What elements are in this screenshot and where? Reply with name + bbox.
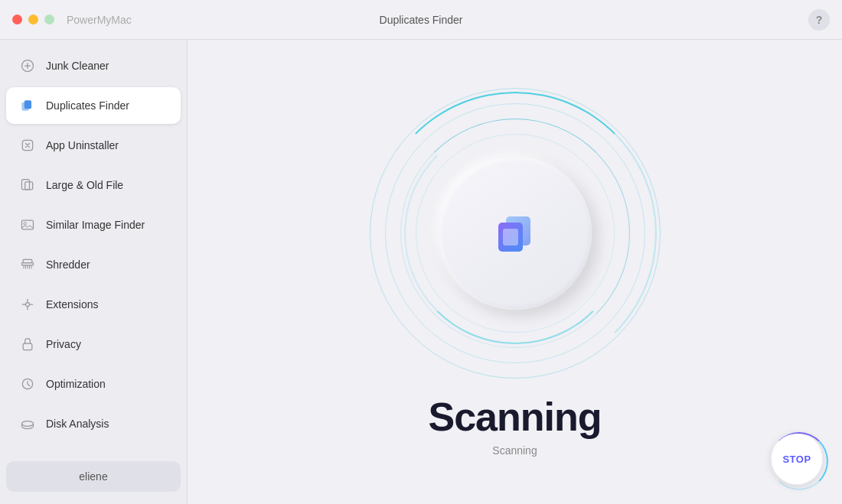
sidebar-item-app-uninstaller[interactable]: App Uninstaller (6, 127, 181, 164)
app-uninstaller-icon (18, 136, 37, 154)
sidebar-item-label: App Uninstaller (46, 139, 119, 151)
sidebar-item-label: Extensions (46, 298, 98, 311)
duplicates-center-icon (485, 203, 546, 264)
window-title: Duplicates Finder (380, 14, 463, 26)
scanning-title: Scanning (428, 394, 601, 440)
stop-button[interactable]: STOP (770, 432, 824, 486)
sidebar-item-privacy[interactable]: Privacy (6, 326, 181, 363)
svg-rect-11 (23, 343, 32, 350)
duplicates-finder-icon (18, 96, 37, 115)
stop-button-container: STOP (770, 432, 824, 486)
sidebar-item-optimization[interactable]: Optimization (6, 366, 181, 402)
close-button[interactable] (12, 15, 22, 24)
sidebar-item-large-old-file[interactable]: Large & Old File (6, 167, 181, 203)
disk-analysis-icon (18, 415, 37, 433)
maximize-button[interactable] (44, 15, 54, 24)
content-area: Scanning Scanning STOP (188, 40, 842, 504)
extensions-icon (18, 295, 37, 314)
optimization-icon (18, 375, 37, 393)
sidebar-item-label: Junk Cleaner (46, 60, 109, 72)
similar-image-icon (18, 216, 37, 234)
sidebar-item-label: Large & Old File (46, 179, 123, 191)
sidebar-item-label: Disk Analysis (46, 418, 109, 430)
sidebar-item-label: Similar Image Finder (46, 219, 145, 231)
svg-point-10 (26, 303, 30, 307)
sidebar-item-duplicates-finder[interactable]: Duplicates Finder (6, 87, 181, 124)
scanning-subtitle: Scanning (492, 444, 537, 457)
sidebar-item-label: Shredder (46, 259, 90, 271)
privacy-icon (18, 335, 37, 353)
app-brand: PowerMyMac (67, 14, 132, 26)
svg-rect-5 (25, 182, 33, 190)
sidebar-item-similar-image-finder[interactable]: Similar Image Finder (6, 206, 181, 243)
shredder-icon (18, 255, 37, 274)
sidebar-item-label: Duplicates Finder (46, 99, 129, 112)
sidebar: Junk Cleaner Duplicates Finder App Unins… (0, 40, 188, 504)
sidebar-item-extensions[interactable]: Extensions (6, 286, 181, 323)
sidebar-item-label: Privacy (46, 338, 81, 350)
scanner-animation (370, 88, 661, 379)
svg-rect-2 (24, 100, 31, 109)
svg-rect-4 (22, 180, 30, 190)
svg-rect-9 (23, 259, 32, 262)
junk-cleaner-icon (18, 57, 37, 75)
sidebar-item-disk-analysis[interactable]: Disk Analysis (6, 405, 181, 442)
large-old-file-icon (18, 176, 37, 194)
sidebar-user[interactable]: eliene (6, 461, 181, 492)
minimize-button[interactable] (28, 15, 38, 24)
center-circle (439, 157, 592, 310)
sidebar-item-junk-cleaner[interactable]: Junk Cleaner (6, 47, 181, 84)
svg-point-13 (22, 421, 34, 427)
svg-rect-6 (22, 220, 34, 229)
main-layout: Junk Cleaner Duplicates Finder App Unins… (0, 40, 842, 504)
traffic-lights (12, 15, 54, 24)
svg-point-7 (24, 223, 26, 225)
svg-rect-16 (503, 229, 518, 245)
sidebar-item-shredder[interactable]: Shredder (6, 246, 181, 283)
titlebar: PowerMyMac Duplicates Finder ? (0, 0, 842, 40)
help-button[interactable]: ? (808, 9, 830, 31)
sidebar-item-label: Optimization (46, 378, 106, 390)
